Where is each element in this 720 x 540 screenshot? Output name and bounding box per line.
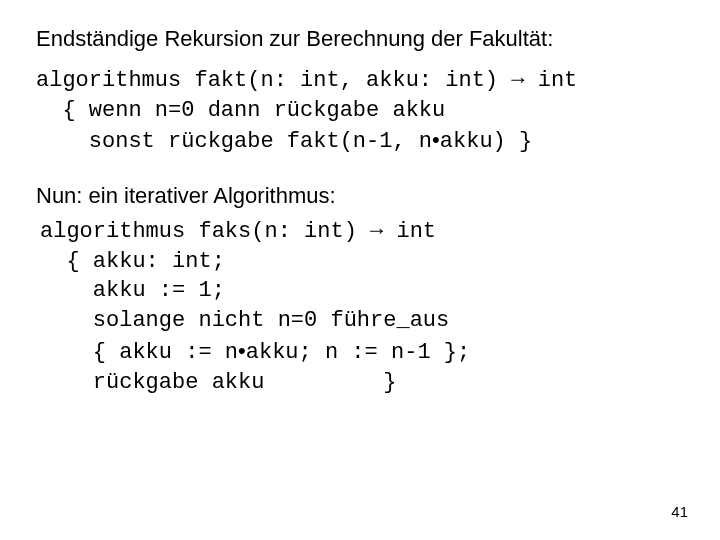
slide: Endständige Rekursion zur Berechnung der… xyxy=(0,0,720,397)
code-line: akku := 1; xyxy=(40,278,225,303)
heading-tail-recursion: Endständige Rekursion zur Berechnung der… xyxy=(36,26,684,52)
code-line: akku; n := n-1 }; xyxy=(246,340,470,365)
code-line: rückgabe akku } xyxy=(40,370,396,395)
code-line: { akku := n xyxy=(40,340,238,365)
code-line: sonst rückgabe fakt(n-1, n xyxy=(36,129,432,154)
heading-iterative: Nun: ein iterativer Algorithmus: xyxy=(36,183,684,209)
code-line: { akku: int; xyxy=(40,249,225,274)
code-block-iterative: algorithmus faks(n: int) → int { akku: i… xyxy=(36,217,684,397)
code-block-recursive: algorithmus fakt(n: int, akku: int) → in… xyxy=(36,66,684,157)
page-number: 41 xyxy=(671,503,688,520)
mult-dot-icon: • xyxy=(432,127,440,152)
code-line: { wenn n=0 dann rückgabe akku xyxy=(36,98,445,123)
mult-dot-icon: • xyxy=(238,338,246,363)
code-line: akku) } xyxy=(440,129,532,154)
code-line: algorithmus faks(n: int) → int xyxy=(40,219,436,244)
code-line: algorithmus fakt(n: int, akku: int) → in… xyxy=(36,68,577,93)
code-line: solange nicht n=0 führe_aus xyxy=(40,308,449,333)
